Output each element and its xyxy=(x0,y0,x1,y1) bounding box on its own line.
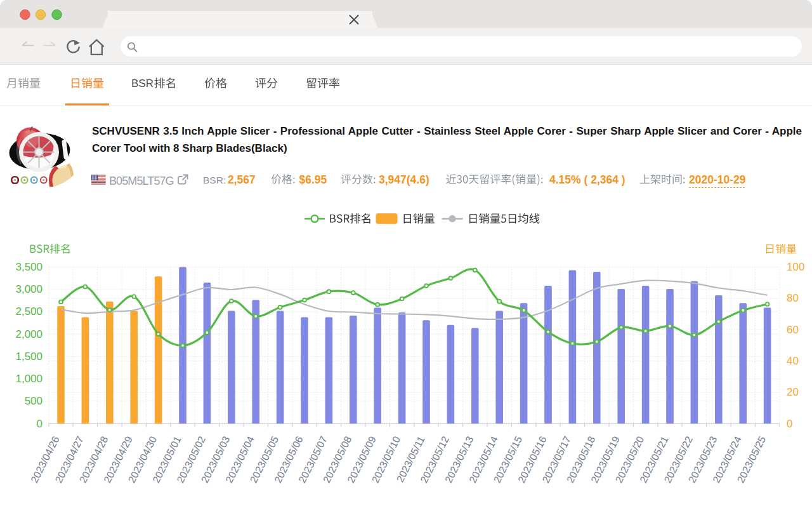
svg-text:2,567: 2,567 xyxy=(228,173,256,186)
svg-text:BSR: BSR xyxy=(131,77,154,90)
svg-text:500: 500 xyxy=(25,395,43,407)
svg-text:0: 0 xyxy=(787,418,792,430)
svg-text:2,500: 2,500 xyxy=(15,305,43,318)
svg-text:0: 0 xyxy=(37,418,43,430)
svg-text:B05M5LT57G: B05M5LT57G xyxy=(109,175,174,187)
svg-text:2,000: 2,000 xyxy=(15,328,43,340)
svg-text:2020-10-29: 2020-10-29 xyxy=(689,173,746,186)
svg-text:3,000: 3,000 xyxy=(15,283,43,295)
svg-text:4.15% ( 2,364 ): 4.15% ( 2,364 ) xyxy=(549,173,625,186)
svg-text:100: 100 xyxy=(787,261,804,273)
svg-text:1,000: 1,000 xyxy=(15,373,43,385)
svg-text:$6.95: $6.95 xyxy=(299,173,327,186)
svg-text:60: 60 xyxy=(787,324,799,336)
svg-text:3,947(4.6): 3,947(4.6) xyxy=(379,173,429,186)
svg-text:BSR:: BSR: xyxy=(203,175,226,185)
svg-text:40: 40 xyxy=(787,355,799,367)
svg-text:1,500: 1,500 xyxy=(15,351,43,363)
svg-text:80: 80 xyxy=(787,292,799,304)
svg-text:3,500: 3,500 xyxy=(15,261,43,273)
svg-text:20: 20 xyxy=(787,386,799,398)
